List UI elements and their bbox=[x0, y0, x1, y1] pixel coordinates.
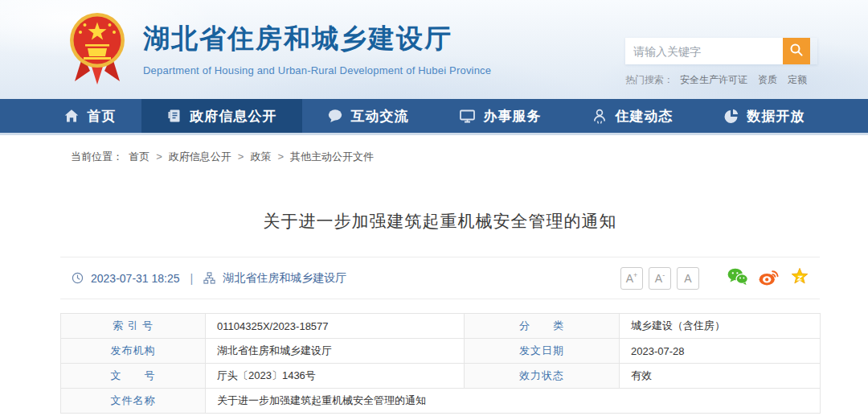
font-size-button-smaller[interactable]: A- bbox=[649, 267, 671, 290]
info-label-cell: 文 号 bbox=[61, 364, 206, 389]
info-label-cell: 文件名称 bbox=[61, 389, 206, 414]
nav-item-open-data[interactable]: 数据开放 bbox=[698, 99, 830, 133]
search-input[interactable] bbox=[625, 38, 783, 64]
info-value-cell: 关于进一步加强建筑起重机械安全管理的通知 bbox=[206, 389, 821, 414]
info-label-cell: 效力状态 bbox=[465, 364, 620, 389]
publish-datetime: 2023-07-31 18:25 bbox=[91, 272, 180, 285]
site-subtitle: Department of Housing and Urban-Rural De… bbox=[143, 64, 491, 76]
info-label-cell: 发布机构 bbox=[61, 339, 206, 364]
publish-source: 湖北省住房和城乡建设厅 bbox=[223, 271, 346, 286]
breadcrumb-separator: > bbox=[238, 150, 244, 163]
table-row: 文件名称关于进一步加强建筑起重机械安全管理的通知 bbox=[61, 389, 821, 414]
font-size-button-default[interactable]: A bbox=[677, 267, 699, 290]
meta-separator: | bbox=[190, 272, 194, 285]
breadcrumb-separator: > bbox=[277, 150, 284, 163]
search-icon bbox=[789, 43, 804, 60]
nav-item-news[interactable]: 住建动态 bbox=[567, 99, 698, 133]
monitor-icon bbox=[459, 108, 476, 124]
site-title: 湖北省住房和城乡建设厅 bbox=[143, 21, 491, 57]
pie-chart-icon bbox=[723, 108, 739, 124]
organization-icon bbox=[203, 272, 215, 284]
qzone-star-icon bbox=[790, 267, 809, 289]
breadcrumb-item[interactable]: 政府信息公开 bbox=[169, 150, 231, 163]
nav-item-label: 数据开放 bbox=[747, 107, 805, 126]
info-label-cell: 索 引 号 bbox=[61, 314, 206, 339]
nav-item-interaction[interactable]: 互动交流 bbox=[302, 99, 434, 133]
site-header: 湖北省住房和城乡建设厅 Department of Housing and Ur… bbox=[0, 0, 868, 99]
national-emblem-logo bbox=[68, 10, 127, 86]
table-row: 发布机构湖北省住房和城乡建设厅发文日期2023-07-28 bbox=[61, 339, 821, 364]
search-area: 热门搜索： 安全生产许可证资质定额 bbox=[625, 38, 817, 87]
hot-search-link[interactable]: 定额 bbox=[788, 74, 807, 85]
info-value-cell: 湖北省住房和城乡建设厅 bbox=[206, 339, 465, 364]
article-title: 关于进一步加强建筑起重机械安全管理的通知 bbox=[60, 210, 820, 233]
qzone-star-share-button[interactable] bbox=[790, 267, 809, 289]
breadcrumb-label: 当前位置： bbox=[71, 150, 123, 163]
hot-search-link[interactable]: 安全生产许可证 bbox=[680, 74, 747, 85]
nav-item-label: 互动交流 bbox=[351, 107, 409, 126]
nav-item-services[interactable]: 办事服务 bbox=[434, 99, 567, 133]
nav-item-gov-info[interactable]: 政府信息公开 bbox=[141, 99, 302, 133]
search-button[interactable] bbox=[783, 38, 810, 64]
info-value-cell: 厅头〔2023〕1436号 bbox=[206, 364, 465, 389]
info-label-cell: 分 类 bbox=[465, 314, 620, 339]
nav-item-label: 首页 bbox=[88, 107, 117, 126]
person-icon bbox=[592, 108, 608, 124]
breadcrumb: 当前位置： 首页>政府信息公开>政策>其他主动公开文件 bbox=[71, 150, 820, 164]
breadcrumb-item: 其他主动公开文件 bbox=[290, 150, 374, 163]
chat-icon bbox=[327, 108, 343, 124]
info-value-cell: 01104325X/2023-18577 bbox=[206, 314, 465, 339]
breadcrumb-separator: > bbox=[156, 150, 162, 163]
hot-search: 热门搜索： 安全生产许可证资质定额 bbox=[625, 73, 817, 87]
weibo-icon bbox=[759, 268, 780, 289]
info-value-cell: 城乡建设（含住房） bbox=[620, 314, 821, 339]
table-row: 文 号厅头〔2023〕1436号效力状态有效 bbox=[61, 364, 821, 389]
table-row: 索 引 号01104325X/2023-18577分 类城乡建设（含住房） bbox=[61, 314, 821, 339]
main-nav: 首页政府信息公开互动交流办事服务住建动态数据开放 bbox=[0, 99, 868, 135]
breadcrumb-item[interactable]: 首页 bbox=[129, 150, 149, 163]
nav-item-home[interactable]: 首页 bbox=[39, 99, 141, 133]
breadcrumb-item[interactable]: 政策 bbox=[250, 150, 271, 163]
home-icon bbox=[63, 108, 80, 124]
wechat-icon bbox=[727, 268, 748, 289]
hot-search-label: 热门搜索： bbox=[625, 73, 674, 87]
wechat-share-button[interactable] bbox=[727, 268, 748, 289]
info-table: 索 引 号01104325X/2023-18577分 类城乡建设（含住房）发布机… bbox=[60, 313, 821, 414]
clock-icon bbox=[72, 272, 84, 284]
info-value-cell: 2023-07-28 bbox=[620, 339, 821, 364]
article-meta-bar: 2023-07-31 18:25 | 湖北省住房和城乡建设厅 A+A-A bbox=[60, 257, 820, 299]
hot-search-link[interactable]: 资质 bbox=[758, 74, 777, 85]
nav-item-label: 政府信息公开 bbox=[190, 107, 277, 126]
document-icon bbox=[166, 108, 182, 124]
nav-item-label: 住建动态 bbox=[616, 107, 674, 126]
font-size-button-larger[interactable]: A+ bbox=[620, 267, 643, 290]
info-label-cell: 发文日期 bbox=[465, 339, 620, 364]
nav-item-label: 办事服务 bbox=[484, 107, 542, 126]
content: 当前位置： 首页>政府信息公开>政策>其他主动公开文件 关于进一步加强建筑起重机… bbox=[60, 150, 820, 414]
weibo-share-button[interactable] bbox=[759, 268, 780, 289]
info-value-cell: 有效 bbox=[620, 364, 821, 389]
